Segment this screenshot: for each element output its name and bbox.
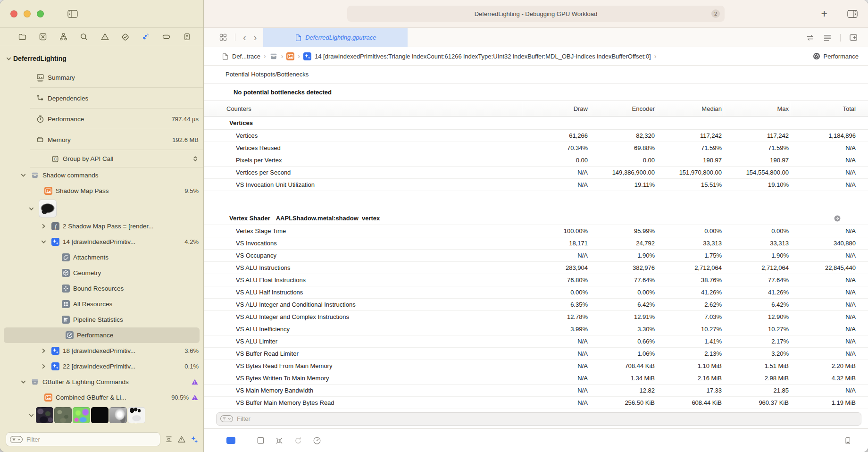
table-row-vs-alu-integer-and-complex-instructions[interactable]: VS ALU Integer and Complex Instructions1… — [204, 311, 868, 323]
tree-thumbnail-row[interactable] — [0, 405, 203, 425]
zoom-button[interactable] — [37, 10, 44, 17]
table-row-vs-alu-half-instructions[interactable]: VS ALU Half Instructions0.00%0.00%41.26%… — [204, 286, 868, 299]
attachment-thumbnail[interactable] — [54, 407, 72, 423]
column-header-max[interactable]: Max — [723, 101, 790, 116]
swap-icon[interactable] — [806, 34, 815, 42]
capture-gpu-button[interactable] — [226, 437, 235, 444]
forward-chevron-icon[interactable]: › — [254, 33, 257, 42]
capture-frame-icon[interactable] — [39, 33, 48, 42]
sidebar-item-shadow-commands[interactable]: Shadow commands — [0, 167, 203, 183]
table-row-vs-alu-limiter[interactable]: VS ALU LimiterN/A0.66%1.41%2.17%N/A — [204, 335, 868, 348]
sidebar-item-deferredlighting[interactable]: DeferredLighting — [0, 50, 203, 67]
breadcrumb-item-14-drawindexedprimitives-triangle-indexcount-61266-indextype-uint32-indexbuffer-mdl-obj-indices-indexbufferoffset-0[interactable]: 14 [drawIndexedPrimitives:Triangle index… — [303, 52, 651, 60]
sidebar-item-bound-resources[interactable]: Bound Resources — [0, 281, 203, 296]
flatten-icon[interactable] — [165, 435, 173, 444]
profiler-icon[interactable] — [313, 436, 321, 445]
shader-debugger-icon[interactable] — [275, 436, 284, 445]
breadcrumb-item-def-trace[interactable]: Def...trace — [222, 53, 260, 60]
table-row-vs-bytes-read-from-main-memory[interactable]: VS Bytes Read From Main MemoryN/A708.44 … — [204, 360, 868, 372]
column-header-encoder[interactable]: Encoder — [589, 101, 656, 116]
breadcrumb-item[interactable] — [286, 52, 294, 60]
sidebar-item-all-resources[interactable]: All Resources — [0, 296, 203, 312]
sidebar-item-performance[interactable]: Performance — [4, 327, 200, 343]
counters-filter-input[interactable] — [236, 415, 857, 423]
sidebar-item-shadow-map-pass[interactable]: Shadow Map Pass9.5% — [0, 183, 203, 199]
chevron-right-icon[interactable] — [39, 364, 48, 369]
chevron-right-icon[interactable] — [39, 348, 48, 353]
sidebar-item-gbuffer-lighting-commands[interactable]: GBuffer & Lighting Commands — [0, 374, 203, 390]
attachment-thumbnail[interactable] — [73, 407, 90, 423]
sidebar-item-geometry[interactable]: Geometry — [0, 265, 203, 281]
sidebar-item-combined-gbuffer-li[interactable]: Combined GBuffer & Li...90.5% — [0, 390, 203, 405]
folder-icon[interactable] — [18, 33, 27, 42]
sidebar-item-dependencies[interactable]: Dependencies — [0, 88, 203, 109]
chevron-down-icon[interactable] — [26, 413, 36, 418]
table-row-vs-buffer-read-limiter[interactable]: VS Buffer Read LimiterN/A1.06%2.13%3.20%… — [204, 348, 868, 360]
sidebar-item-summary[interactable]: Summary — [0, 67, 203, 88]
device-icon[interactable] — [843, 436, 852, 445]
table-row-vertices-reused[interactable]: Vertices Reused70.34%69.88%71.59%71.59%N… — [204, 142, 868, 154]
sidebar-item-2-shadow-map-pass-render[interactable]: f2 Shadow Map Pass = [render... — [0, 218, 203, 234]
report-icon[interactable] — [183, 33, 192, 42]
sidebar-item-attachments[interactable]: Attachments — [0, 250, 203, 265]
attachment-thumbnail[interactable] — [91, 407, 108, 423]
updown-icon[interactable] — [192, 155, 199, 162]
sparkle-filter-icon[interactable] — [190, 435, 199, 444]
warning-icon[interactable] — [191, 394, 199, 402]
column-header-total[interactable]: Total — [790, 101, 857, 116]
sidebar-item-14-drawindexedprimitiv[interactable]: 14 [drawIndexedPrimitiv...4.2% — [0, 234, 203, 250]
issues-icon[interactable] — [100, 33, 109, 42]
table-row-vs-alu-instructions[interactable]: VS ALU Instructions283,904382,9762,712,0… — [204, 262, 868, 274]
sidebar-item-pipeline-statistics[interactable]: Pipeline Statistics — [0, 312, 203, 327]
sidebar-filter-input[interactable] — [25, 435, 156, 444]
table-row-vs-alu-inefficiency[interactable]: VS ALU Inefficiency3.99%3.30%10.27%10.27… — [204, 323, 868, 335]
tests-icon[interactable] — [121, 33, 130, 42]
table-row-vertex-stage-time[interactable]: Vertex Stage Time100.00%95.99%0.00%0.00%… — [204, 225, 868, 237]
chevron-down-icon[interactable] — [18, 379, 28, 385]
reload-icon[interactable] — [294, 436, 302, 445]
tab-overview-icon[interactable] — [219, 33, 227, 42]
table-row-vs-bytes-written-to-main-memory[interactable]: VS Bytes Written To Main MemoryN/A1.34 M… — [204, 372, 868, 385]
table-row-vs-invocations[interactable]: VS Invocations18,17124,79233,31333,31334… — [204, 237, 868, 250]
wrap-lines-icon[interactable] — [823, 34, 832, 42]
sidebar-toggle-icon[interactable] — [67, 10, 78, 18]
chevron-down-icon[interactable] — [39, 239, 48, 244]
table-row-vs-alu-float-instructions[interactable]: VS ALU Float Instructions76.80%77.64%38.… — [204, 274, 868, 286]
breadcrumb-item-performance[interactable]: Performance — [813, 52, 859, 60]
attachment-thumbnail[interactable] — [36, 407, 53, 423]
add-tab-icon[interactable]: + — [821, 8, 827, 19]
filter-options-icon[interactable] — [10, 436, 23, 443]
jump-to-source-icon[interactable] — [834, 215, 841, 222]
attachment-thumbnail[interactable] — [128, 407, 145, 423]
frame-capture-icon[interactable] — [257, 436, 265, 444]
capsule-icon[interactable] — [162, 33, 171, 42]
tree-thumbnail-row[interactable] — [0, 199, 203, 218]
table-row-vs-occupancy[interactable]: VS OccupancyN/A1.90%1.75%1.90%N/A — [204, 250, 868, 262]
breadcrumb-item[interactable] — [269, 52, 278, 60]
counters-filter-field[interactable] — [216, 412, 861, 426]
warning-icon[interactable] — [191, 378, 199, 386]
chevron-right-icon[interactable] — [39, 224, 48, 229]
table-row-pixels-per-vertex[interactable]: Pixels per Vertex0.000.00190.97190.97N/A — [204, 154, 868, 167]
table-row-vs-invocation-unit-utilization[interactable]: VS Invocation Unit UtilizationN/A19.11%1… — [204, 179, 868, 191]
sidebar-item-18-drawindexedprimitiv[interactable]: 18 [drawIndexedPrimitiv...3.6% — [0, 343, 203, 359]
chevron-down-icon[interactable] — [18, 173, 28, 178]
sidebar-item-memory[interactable]: Memory192.6 MB — [0, 129, 203, 150]
table-row-vs-buffer-main-memory-bytes-read[interactable]: VS Buffer Main Memory Bytes ReadN/A256.5… — [204, 397, 868, 409]
add-editor-icon[interactable] — [849, 33, 858, 42]
sidebar-item-group-by-api-call[interactable]: CGroup by API Call — [0, 150, 203, 167]
table-row-vs-alu-integer-and-conditional-instructions[interactable]: VS ALU Integer and Conditional Instructi… — [204, 299, 868, 311]
minimize-button[interactable] — [24, 10, 31, 17]
chevron-down-icon[interactable] — [4, 56, 13, 61]
column-header-draw[interactable]: Draw — [522, 101, 589, 116]
spray-icon[interactable] — [142, 33, 150, 42]
filter-options-icon[interactable] — [220, 415, 233, 422]
column-header-median[interactable]: Median — [656, 101, 723, 116]
sidebar-item-performance[interactable]: Performance797.44 µs — [0, 109, 203, 129]
attachment-thumbnail[interactable] — [109, 407, 127, 423]
table-row-vertices-per-second[interactable]: Vertices per SecondN/A149,386,900.00151,… — [204, 167, 868, 179]
right-panel-toggle-icon[interactable] — [847, 10, 858, 18]
search-icon[interactable] — [80, 33, 89, 42]
chevron-down-icon[interactable] — [26, 206, 36, 211]
close-button[interactable] — [10, 10, 17, 17]
